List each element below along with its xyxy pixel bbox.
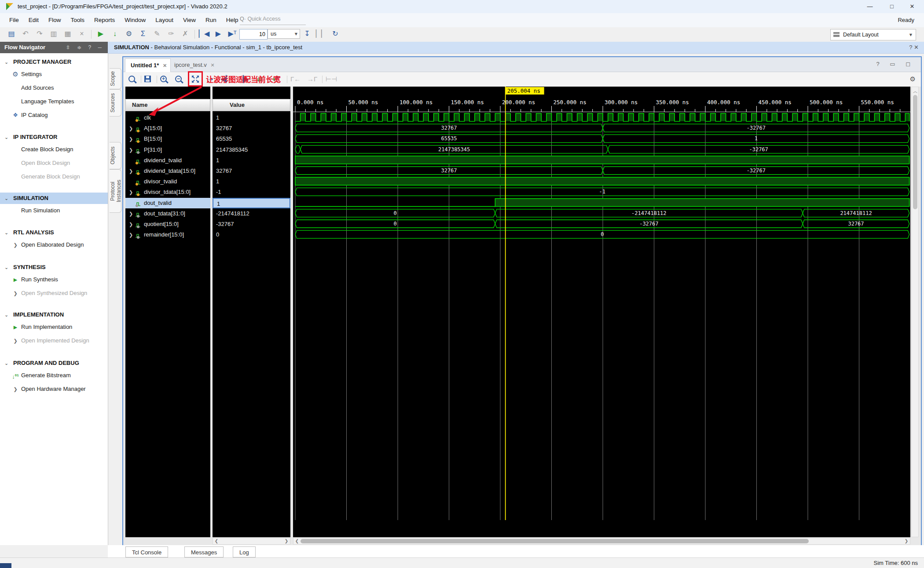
scroll-left-icon[interactable]: ❮ [294, 538, 300, 544]
scroll-right-icon[interactable]: ❯ [903, 538, 909, 544]
waveform-canvas[interactable]: 32767-327676553512147385345-3276732767-3… [293, 87, 910, 537]
scroll-up-icon[interactable]: ︿ [912, 87, 918, 94]
scrollbar-thumb[interactable] [301, 539, 809, 543]
side-tab-sources[interactable]: Sources [110, 89, 121, 117]
waveform-panel[interactable]: 32767-327676553512147385345-3276732767-3… [293, 87, 910, 537]
sidebar-item-generate-bitstream[interactable]: ↓01Generate Bitstream [0, 370, 108, 381]
restart-icon[interactable]: ▏◀ [197, 27, 211, 40]
expand-icon[interactable]: ❯ [129, 166, 133, 176]
expand-icon[interactable]: ❯ [129, 219, 133, 229]
side-tab-objects[interactable]: Objects [110, 142, 121, 169]
quick-access-input[interactable]: Q· Quick Access [240, 16, 306, 25]
menu-view[interactable]: View [178, 13, 201, 27]
run-all-icon[interactable]: ▶ [211, 27, 225, 40]
sidebar-item-run-simulation[interactable]: Run Simulation [0, 205, 108, 216]
signal-value-clk[interactable]: 1 [213, 113, 290, 123]
sum-icon[interactable]: Σ [136, 27, 150, 40]
signal-value-P[interactable]: 2147385345 [213, 145, 290, 155]
wave-vscrollbar[interactable]: ︿ [911, 87, 919, 537]
sidebar-item-add-sources[interactable]: Add Sources [0, 82, 108, 94]
bottom-tab-log[interactable]: Log [233, 546, 256, 557]
signal-row-dividend_tdata[interactable]: ❯dividend_tdata[15:0] [125, 166, 210, 176]
maximize-button[interactable]: □ [884, 2, 899, 11]
signal-value-dout_tvalid[interactable]: 1 [213, 198, 290, 208]
signal-value-dividend_tdata[interactable]: 32767 [213, 166, 290, 176]
expand-icon[interactable]: ❯ [129, 187, 133, 197]
sidebar-section-rtl-analysis[interactable]: ⌄RTL ANALYSIS [0, 227, 108, 238]
span-markers-icon[interactable]: ⊢⊣ [326, 75, 337, 84]
side-tab-scope[interactable]: Scope [110, 68, 121, 89]
prev-marker-icon[interactable]: Γ← [290, 75, 301, 84]
expand-icon[interactable]: ❯ [129, 134, 133, 144]
sidebar-item-open-hardware-manager[interactable]: ❯Open Hardware Manager [0, 383, 108, 395]
step-icon[interactable]: ↧ [300, 27, 314, 40]
copy-icon[interactable]: ▥ [47, 27, 61, 40]
sidebar-item-open-block-design[interactable]: Open Block Design [0, 157, 108, 169]
menu-flow[interactable]: Flow [44, 13, 66, 27]
next-marker-icon[interactable]: →Γ [307, 75, 317, 84]
expand-icon[interactable]: ❯ [129, 123, 133, 134]
tab-ipcore_testv[interactable]: ipcore_test.v✕ [169, 58, 218, 72]
signal-value-divisor_tvalid[interactable]: 1 [213, 176, 290, 187]
wave-settings-gear-icon[interactable]: ⚙ [910, 75, 916, 84]
menu-layout[interactable]: Layout [150, 13, 178, 27]
signal-row-divisor_tdata[interactable]: ❯divisor_tdata[15:0] [125, 187, 210, 197]
zoom-in-icon[interactable]: + [160, 75, 167, 84]
relaunch-icon[interactable]: ↻ [328, 27, 342, 40]
signal-value-dividend_tvalid[interactable]: 1 [213, 155, 290, 166]
signal-row-dout_tvalid[interactable]: dout_tvalid [125, 198, 210, 208]
signal-row-dout_tdata[interactable]: ❯dout_tdata[31:0] [125, 208, 210, 219]
expand-icon[interactable]: ❯ [129, 145, 133, 155]
flow-navigator-header-icons[interactable]: ⇳ ≑ ? ─ [66, 42, 104, 53]
expand-icon[interactable]: ❯ [129, 229, 133, 240]
save-icon[interactable] [144, 75, 151, 84]
menu-edit[interactable]: Edit [24, 13, 44, 27]
wave-hscrollbar[interactable]: ❮ ❯ [293, 538, 910, 545]
sim-header-close-icon[interactable]: ? ✕ [909, 42, 919, 53]
expand-icon[interactable]: ❯ [129, 208, 133, 219]
close-tab-icon[interactable]: ✕ [210, 58, 214, 72]
sidebar-section-synthesis[interactable]: ⌄SYNTHESIS [0, 262, 108, 273]
layout-selector[interactable]: Default Layout [830, 29, 916, 40]
run-for-icon[interactable]: ▶ᵀ [225, 27, 239, 40]
generate-bitstream-icon[interactable]: ↓ [108, 27, 122, 40]
delete-icon[interactable]: × [75, 27, 89, 40]
cut-icon[interactable]: ✗ [178, 27, 192, 40]
search-icon[interactable] [128, 75, 135, 84]
signal-row-B[interactable]: ❯B[15:0] [125, 134, 210, 144]
signal-row-P[interactable]: ❯P[31:0] [125, 145, 210, 155]
signal-row-quotient[interactable]: ❯quotient[15:0] [125, 219, 210, 229]
time-unit-select[interactable]: us [268, 29, 300, 39]
sidebar-item-run-implementation[interactable]: ▶Run Implementation [0, 321, 108, 333]
edit-icon[interactable]: ✎ [150, 27, 164, 40]
sidebar-section-project-manager[interactable]: ⌄PROJECT MANAGER [0, 56, 108, 68]
scroll-right-icon[interactable]: ❯ [283, 538, 290, 544]
sidebar-section-implementation[interactable]: ⌄IMPLEMENTATION [0, 309, 108, 320]
menu-reports[interactable]: Reports [89, 13, 120, 27]
menu-run[interactable]: Run [201, 13, 221, 27]
signal-row-dividend_tvalid[interactable]: dividend_tvalid [125, 155, 210, 166]
menu-window[interactable]: Window [120, 13, 150, 27]
sidebar-item-ip-catalog[interactable]: ❖IP Catalog [0, 109, 108, 121]
signal-value-dout_tdata[interactable]: -2147418112 [213, 208, 290, 219]
redo-icon[interactable]: ↷ [33, 27, 47, 40]
signal-value-remainder[interactable]: 0 [213, 229, 290, 240]
sidebar-section-program-and-debug[interactable]: ⌄PROGRAM AND DEBUG [0, 357, 108, 369]
signal-value-B[interactable]: 65535 [213, 134, 290, 144]
run-time-input[interactable] [239, 29, 268, 40]
open-project-icon[interactable]: ▤ [4, 27, 18, 40]
wave-window-header-icons[interactable]: ? ▭ ◻ [876, 61, 915, 67]
erase-icon[interactable]: ✑ [164, 27, 178, 40]
scrollbar-thumb[interactable] [913, 95, 917, 209]
settings-icon[interactable]: ⚙ [122, 27, 136, 40]
scroll-left-icon[interactable]: ❮ [213, 538, 220, 544]
menu-tools[interactable]: Tools [66, 13, 90, 27]
sidebar-item-language-templates[interactable]: Language Templates [0, 96, 108, 107]
signal-value-A[interactable]: 32767 [213, 123, 290, 134]
sidebar-item-run-synthesis[interactable]: ▶Run Synthesis [0, 274, 108, 285]
signal-value-quotient[interactable]: -32767 [213, 219, 290, 229]
sidebar-item-open-elaborated-design[interactable]: ❯Open Elaborated Design [0, 239, 108, 251]
side-tab-protocol-instances[interactable]: Protocol Instances [110, 169, 121, 213]
bottom-tab-messages[interactable]: Messages [184, 546, 224, 557]
sidebar-item-open-implemented-design[interactable]: ❯Open Implemented Design [0, 335, 108, 346]
